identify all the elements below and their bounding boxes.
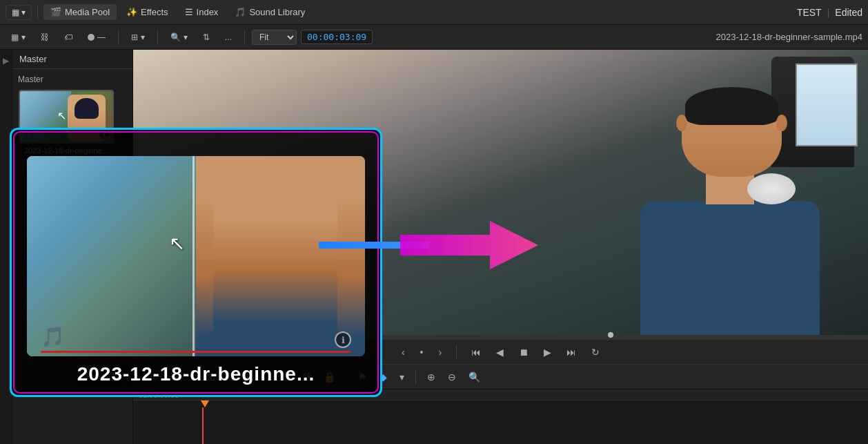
grid-view-btn[interactable]: ⊞ ▾: [126, 30, 150, 44]
search-btn[interactable]: 🔍 ▾: [165, 30, 193, 44]
tb2-sep3: [244, 30, 245, 44]
left-angle-icon: ‹: [402, 347, 405, 358]
right-angle-icon: ›: [438, 347, 442, 358]
pb-sep1: [456, 345, 457, 359]
person-body: [627, 104, 834, 339]
dot-center-icon: •: [420, 347, 424, 358]
go-start-btn[interactable]: ⏮: [468, 345, 484, 360]
link-icon: ⛓: [41, 32, 49, 42]
lt-split-line: [193, 156, 195, 356]
blue-connector-bar: [319, 242, 429, 249]
chevron-down-icon: ▾: [400, 371, 404, 383]
sound-library-label: Sound Library: [249, 7, 305, 17]
panel-header: Master: [12, 50, 132, 69]
play-btn[interactable]: ▶: [540, 345, 555, 360]
title-sep: |: [827, 7, 830, 18]
chevron-dropdown-btn[interactable]: ▾: [395, 369, 408, 385]
preview-progress-handle-2[interactable]: [608, 332, 613, 338]
timeline-playhead[interactable]: [202, 407, 204, 444]
person-head: [682, 87, 782, 177]
zoom-out-btn[interactable]: ⊖: [444, 369, 460, 385]
link-btn[interactable]: ⛓: [35, 30, 55, 44]
filename-label: 2023-12-18-dr-beginner-sample.mp4: [716, 32, 862, 42]
window-icon: ▦: [12, 8, 19, 17]
person-ear-left: [676, 115, 687, 131]
more-btn[interactable]: ...: [219, 30, 237, 44]
app-title-area: TEST | Edited: [797, 7, 862, 18]
sort-btn[interactable]: ⇅: [197, 30, 215, 44]
sound-library-icon: 🎵: [235, 7, 246, 17]
timeline-area: 01:00:00:00: [133, 389, 868, 444]
badge-icon: 🏷: [64, 32, 72, 42]
timeline-track[interactable]: [133, 400, 868, 444]
media-pool-label: Media Pool: [65, 7, 110, 17]
window-menu-btn[interactable]: ▦ ▾: [6, 5, 32, 20]
top-sep-1: [37, 6, 38, 19]
loop-icon: ↻: [591, 347, 600, 358]
media-pool-icon: 🎬: [50, 7, 61, 17]
stop-btn[interactable]: ⏹: [515, 345, 532, 360]
orange-marker: [201, 400, 209, 407]
go-start-icon: ⏮: [471, 347, 481, 358]
person-ear-right: [776, 115, 787, 131]
zoom-fit-icon: 🔍: [468, 371, 480, 383]
lt-face: [213, 166, 337, 339]
dot-btn[interactable]: —: [82, 30, 111, 44]
lt-info-icon[interactable]: ℹ: [335, 331, 351, 348]
et-sep3: [415, 370, 416, 384]
step-back-btn[interactable]: ◀: [493, 345, 507, 360]
person-shirt: [640, 201, 820, 339]
timecode-display: 00:00:03:09: [301, 30, 373, 44]
prev-frame-btn[interactable]: ‹: [398, 345, 408, 360]
tab-index[interactable]: ☰ Index: [178, 4, 226, 20]
marker-triangle: [201, 400, 209, 407]
panel-toggle-icon: ▦: [11, 32, 19, 42]
tab-sound-library[interactable]: 🎵 Sound Library: [228, 4, 312, 20]
zoom-out-icon: ⊖: [448, 371, 456, 383]
sub-title: Master: [18, 75, 127, 84]
dot-icon: [88, 34, 95, 41]
app-title: TEST: [797, 7, 822, 18]
cursor-icon: ↖: [57, 109, 66, 122]
zoom-fit-btn[interactable]: 🔍: [464, 369, 484, 385]
dash-icon: —: [97, 32, 106, 42]
fit-select[interactable]: Fit 25% 50% 100%: [252, 30, 297, 45]
side-nav-expand[interactable]: ▶: [1, 55, 12, 66]
microphone: [747, 173, 796, 204]
large-thumb: ↖ 🎵 ℹ: [27, 156, 365, 356]
tab-media-pool[interactable]: 🎬 Media Pool: [43, 4, 117, 20]
panel-toggle-btn[interactable]: ▦ ▾: [6, 30, 31, 44]
badge-btn[interactable]: 🏷: [59, 30, 78, 44]
go-end-icon: ⏭: [566, 347, 576, 358]
search-chevron-icon: ▾: [184, 32, 188, 42]
search-icon: 🔍: [170, 32, 181, 42]
tab-effects[interactable]: ✨ Effects: [119, 4, 175, 20]
zoom-in-btn[interactable]: ⊕: [423, 369, 440, 385]
sort-icon: ⇅: [203, 32, 210, 42]
dot-marker-btn[interactable]: •: [417, 345, 427, 360]
app-status: Edited: [835, 7, 862, 18]
person-hair: [685, 87, 778, 125]
effects-icon: ✨: [126, 7, 137, 17]
next-frame-btn[interactable]: ›: [435, 345, 445, 360]
play-icon: ▶: [544, 347, 551, 358]
lt-music-icon: 🎵: [41, 325, 65, 348]
lt-cursor-icon: ↖: [169, 232, 185, 255]
loop-btn[interactable]: ↻: [588, 345, 603, 360]
index-icon: ☰: [185, 7, 193, 17]
panel-chevron-icon: ▾: [21, 32, 26, 42]
grid-chevron-icon: ▾: [141, 32, 145, 42]
lt-progress-bar: [41, 351, 351, 353]
lt-person: [213, 166, 337, 339]
more-icon: ...: [225, 32, 232, 42]
tb2-sep1: [118, 30, 119, 44]
toolbar2: ▦ ▾ ⛓ 🏷 — ⊞ ▾ 🔍 ▾ ⇅ ... Fit 25% 50% 100%…: [0, 25, 868, 50]
step-back-icon: ◀: [496, 347, 504, 358]
index-label: Index: [197, 7, 219, 17]
window-chevron-icon: ▾: [21, 8, 26, 17]
tooltip-overlay: ↖ 🎵 ℹ 2023-12-18-dr-beginne...: [10, 128, 382, 397]
go-end-btn[interactable]: ⏭: [563, 345, 580, 360]
effects-label: Effects: [141, 7, 168, 17]
top-bar: ▦ ▾ 🎬 Media Pool ✨ Effects ☰ Index 🎵 Sou…: [0, 0, 868, 25]
stop-icon: ⏹: [519, 347, 529, 358]
